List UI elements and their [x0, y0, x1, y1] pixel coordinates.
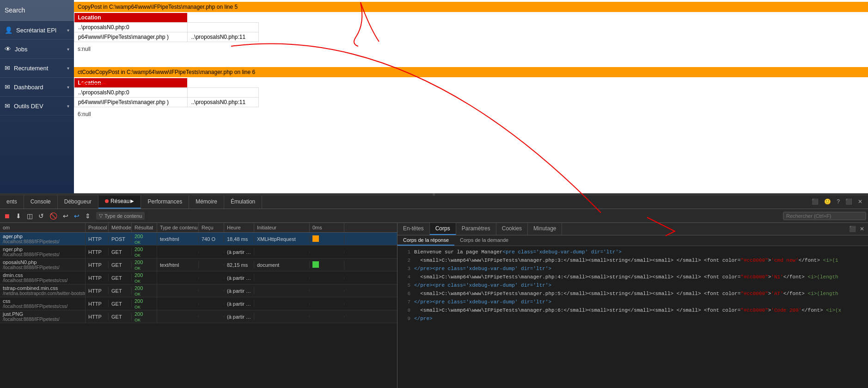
location-header: Location: [74, 13, 188, 23]
response-expand-icon[interactable]: ⬛: [847, 225, 858, 233]
sidebar-item-label: Secrétariat EPI: [16, 27, 67, 34]
main-content: CopyPost in C:\wamp64\www\IFPipeTests\ma…: [74, 0, 868, 194]
devtools: ents Console Débogueur Réseau ▶ Performa…: [0, 194, 868, 388]
devtools-close-icon[interactable]: ✕: [856, 197, 864, 206]
error-row: [187, 23, 258, 32]
network-list-header: om Protocol Méthode Résultat Type de con…: [0, 223, 397, 233]
net-cell-time: (à partir du cac... 0 s: [224, 248, 254, 256]
request-name: ager.php: [3, 234, 82, 239]
devtools-expand-icon[interactable]: ⬛: [810, 197, 820, 206]
net-cell-type: [157, 290, 199, 292]
filter-button[interactable]: 🚫: [48, 211, 59, 221]
table-row[interactable]: just.PNG /localhost:8888/IFPipetests/ HT…: [0, 310, 397, 323]
col-header-initiator: Initiateur: [254, 223, 310, 232]
table-row[interactable]: ager.php /localhost:8888/IFPipetests/ HT…: [0, 233, 397, 246]
code-line: 1 Bienvenue sur la page Manager<pre clas…: [397, 248, 868, 256]
net-cell-received: [199, 316, 224, 318]
network-search-input[interactable]: [783, 212, 866, 220]
tab-memory[interactable]: Mémoire: [189, 194, 224, 209]
devtools-help-icon[interactable]: ?: [835, 197, 842, 206]
location-header: Location: [74, 78, 188, 88]
line-content: </pre><pre class='xdebug-var-dump' dir='…: [414, 298, 866, 306]
tab-en-tetes[interactable]: En-têtes: [397, 223, 430, 235]
table-row[interactable]: dmin.css /localhost:8888/IFPipetests/css…: [0, 271, 397, 284]
content-type-filter[interactable]: ▽ Type de contenu: [96, 212, 145, 220]
clear-button[interactable]: ↺: [37, 211, 46, 221]
table-row[interactable]: oposalsN0.php /localhost:8888/IFPipetest…: [0, 259, 397, 271]
status-badge: 200OK: [134, 298, 143, 309]
net-cell-type: [157, 316, 199, 318]
col-header-waterfall: 0ms: [310, 223, 344, 232]
network-record-indicator: [105, 199, 109, 203]
col-header-type: Type de contenu: [157, 223, 199, 232]
sidebar-item-secretariat[interactable]: 👤 Secrétariat EPI ▾: [0, 21, 74, 40]
search-bar[interactable]: Search: [0, 0, 74, 21]
sort-button[interactable]: ⇕: [83, 211, 92, 221]
filter-label: Type de contenu: [104, 213, 142, 219]
subtab-corps-demande[interactable]: Corps de la demande: [454, 235, 514, 246]
tab-performance[interactable]: Performances: [141, 194, 189, 209]
screenshot-button[interactable]: ◫: [25, 211, 35, 221]
net-cell-time: (à partir du cac... 0 s: [224, 300, 254, 308]
network-list: om Protocol Méthode Résultat Type de con…: [0, 223, 397, 388]
tab-elements[interactable]: ents: [0, 194, 24, 209]
devtools-emoji-icon[interactable]: 🙂: [822, 197, 833, 206]
tab-performance-label: Performances: [147, 198, 182, 205]
error-row: [187, 88, 258, 98]
timing-bar: [312, 261, 319, 268]
resize-handle[interactable]: [0, 193, 868, 196]
jobs-icon: 👁: [5, 45, 11, 53]
outils-dev-icon: ✉: [5, 102, 10, 110]
line-content: </pre>: [414, 315, 866, 322]
error-message-1: CopyPost in C:\wamp64\www\IFPipeTests\ma…: [74, 2, 868, 12]
net-cell-protocol: HTTP: [86, 261, 109, 269]
sidebar-item-dashboard[interactable]: ✉ Dashboard ▾: [0, 78, 74, 97]
response-content: 1 Bienvenue sur la page Manager<pre clas…: [397, 246, 868, 388]
tab-network[interactable]: Réseau ▶: [98, 194, 141, 209]
null-output-1: s:null: [74, 44, 868, 54]
tab-console[interactable]: Console: [24, 194, 58, 209]
sidebar-item-jobs[interactable]: 👁 Jobs ▾: [0, 40, 74, 59]
tab-network-label: Réseau: [110, 198, 129, 204]
net-cell-initiator: [254, 290, 310, 292]
tab-parametres[interactable]: Paramètres: [456, 223, 496, 235]
col-header-received: Reçu: [199, 223, 224, 232]
back-button[interactable]: ↩: [61, 211, 70, 221]
request-url: /localhost:8888/IFPipetests/: [3, 239, 82, 244]
devtools-dock-icon[interactable]: ⬛: [844, 197, 854, 206]
tab-minutage[interactable]: Minutage: [528, 223, 562, 235]
options-button[interactable]: ↩: [72, 211, 81, 221]
net-cell-status: 200OK: [132, 259, 157, 271]
table-row[interactable]: tstrap-combined.min.css /netdna.bootstra…: [0, 284, 397, 297]
recrutement-icon: ✉: [5, 64, 10, 72]
response-close-icon[interactable]: ✕: [858, 225, 866, 233]
net-cell-received: [199, 264, 224, 266]
download-button[interactable]: ⬇: [14, 211, 23, 221]
tab-debugger[interactable]: Débogueur: [58, 194, 98, 209]
network-panel: om Protocol Méthode Résultat Type de con…: [0, 223, 868, 388]
line-content: </pre><pre class='xdebug-var-dump' dir='…: [414, 282, 866, 289]
sidebar-item-outils-dev[interactable]: ✉ Outils DEV ▾: [0, 97, 74, 116]
chevron-down-icon: ▾: [67, 85, 69, 90]
error-message-2: ctCodeCopyPost in C:\wamp64\www\IFPipeTe…: [74, 67, 868, 77]
sidebar-item-recrutement[interactable]: ✉ Recrutement ▾: [0, 59, 74, 78]
net-cell-waterfall: [310, 234, 344, 244]
table-row[interactable]: nger.php /localhost:8888/IFPipetests/ HT…: [0, 246, 397, 259]
status-badge: 200OK: [134, 259, 143, 271]
col-header-result: Résultat: [132, 223, 157, 232]
record-button[interactable]: ⏹: [2, 211, 12, 221]
tab-cookies[interactable]: Cookies: [496, 223, 528, 235]
net-cell-time: 82,15 ms: [224, 261, 254, 269]
tab-corps[interactable]: Corps: [430, 223, 456, 235]
net-cell-name: just.PNG /localhost:8888/IFPipetests/: [0, 310, 86, 323]
net-cell-protocol: HTTP: [86, 235, 109, 243]
request-name: css: [3, 298, 82, 304]
net-cell-type: [157, 277, 199, 279]
sidebar-item-label: Jobs: [15, 46, 67, 53]
code-line: 6 <small>C:\wamp64\www\IFPipeTests\manag…: [397, 289, 868, 298]
net-cell-initiator: [254, 303, 310, 305]
tab-emulation[interactable]: Émulation: [224, 194, 262, 209]
code-line: 8 <small>C:\wamp64\www\IFPipeTests\manag…: [397, 306, 868, 314]
table-row[interactable]: css /localhost:8888/IFPipetests/css/ HTT…: [0, 297, 397, 310]
subtab-corps-reponse[interactable]: Corps de la réponse: [397, 235, 454, 246]
